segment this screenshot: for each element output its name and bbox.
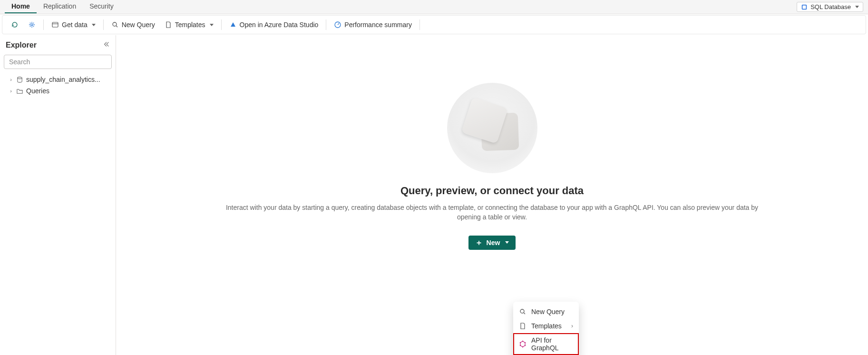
separator	[419, 20, 420, 30]
svg-point-6	[18, 77, 22, 79]
chevron-down-icon	[855, 6, 859, 8]
separator	[103, 20, 104, 30]
chevron-down-icon	[210, 24, 214, 26]
new-query-button[interactable]: New Query	[107, 19, 159, 30]
tree-item-database[interactable]: › supply_chain_analytics...	[4, 74, 112, 85]
tab-security[interactable]: Security	[83, 0, 120, 13]
main-split: Explorer › supply_chain_analytics... › Q…	[0, 35, 868, 355]
database-icon	[16, 76, 23, 83]
dropdown-item-label: Templates	[531, 322, 562, 330]
hero-subtitle: Interact with your data by starting a qu…	[226, 203, 759, 222]
svg-rect-3	[52, 22, 58, 27]
tab-home[interactable]: Home	[5, 0, 37, 13]
query-icon	[519, 308, 527, 316]
search-input[interactable]	[4, 55, 112, 69]
chevron-right-icon: ›	[571, 323, 573, 329]
refresh-icon	[11, 21, 19, 29]
svg-point-8	[522, 341, 523, 342]
separator	[326, 20, 326, 30]
svg-point-2	[31, 24, 33, 26]
refresh-button[interactable]	[7, 19, 22, 30]
settings-button[interactable]	[24, 19, 39, 30]
tree-item-queries[interactable]: › Queries	[4, 85, 112, 97]
document-icon	[165, 21, 172, 29]
get-data-button[interactable]: Get data	[48, 19, 99, 30]
tree-item-label: Queries	[26, 87, 49, 95]
tabstrip: Home Replication Security SQL Database	[0, 0, 868, 14]
svg-point-12	[520, 345, 521, 346]
sidebar-title: Explorer	[6, 41, 37, 49]
chevron-down-icon	[505, 241, 509, 244]
folder-icon	[16, 88, 23, 95]
svg-point-10	[525, 345, 526, 346]
perf-summary-button[interactable]: Performance summary	[330, 19, 416, 30]
svg-point-9	[525, 342, 526, 343]
hero-title: Query, preview, or connect your data	[400, 185, 584, 197]
chevron-right-icon: ›	[9, 88, 13, 94]
new-button[interactable]: ＋ New	[468, 236, 516, 250]
dropdown-item-new-query[interactable]: New Query	[513, 305, 579, 319]
svg-point-11	[522, 346, 523, 347]
hero-illustration	[447, 83, 537, 173]
chevron-down-icon	[92, 24, 96, 26]
open-azure-button[interactable]: Open in Azure Data Studio	[225, 19, 322, 30]
plus-icon: ＋	[475, 239, 483, 247]
document-icon	[519, 322, 527, 330]
sidebar-header: Explorer	[4, 40, 112, 50]
gear-icon	[28, 21, 36, 29]
tree-item-label: supply_chain_analytics...	[26, 76, 100, 83]
get-data-label: Get data	[62, 21, 88, 29]
database-icon	[801, 4, 808, 10]
gauge-icon	[334, 21, 341, 29]
main-content: Query, preview, or connect your data Int…	[116, 35, 868, 355]
toolbar: Get data New Query Templates Open in Azu…	[2, 15, 866, 34]
tab-replication[interactable]: Replication	[37, 0, 83, 13]
new-button-label: New	[487, 239, 500, 247]
svg-point-13	[520, 342, 521, 343]
collapse-sidebar-button[interactable]	[101, 40, 112, 50]
open-azure-label: Open in Azure Data Studio	[240, 21, 319, 29]
dropdown-item-templates[interactable]: Templates ›	[513, 319, 579, 333]
separator	[43, 20, 44, 30]
templates-label: Templates	[175, 21, 205, 29]
azure-icon	[229, 21, 237, 29]
sidebar: Explorer › supply_chain_analytics... › Q…	[0, 35, 116, 355]
query-icon	[111, 21, 119, 29]
dropdown-item-label: New Query	[531, 308, 565, 316]
dropdown-item-label: API for GraphQL	[531, 336, 573, 352]
new-dropdown: New Query Templates › API for GraphQL	[513, 302, 579, 355]
svg-rect-1	[803, 5, 806, 9]
db-type-selector[interactable]: SQL Database	[797, 2, 863, 12]
graphql-icon	[519, 340, 527, 348]
templates-button[interactable]: Templates	[161, 19, 217, 30]
svg-point-4	[113, 22, 117, 26]
dropdown-item-graphql[interactable]: API for GraphQL	[513, 333, 579, 355]
svg-point-7	[520, 309, 524, 313]
perf-summary-label: Performance summary	[344, 21, 412, 29]
new-query-label: New Query	[122, 21, 155, 29]
separator	[221, 20, 222, 30]
data-import-icon	[51, 21, 59, 29]
chevron-right-icon: ›	[9, 77, 13, 82]
chevron-double-left-icon	[103, 41, 110, 48]
db-type-label: SQL Database	[810, 3, 851, 10]
